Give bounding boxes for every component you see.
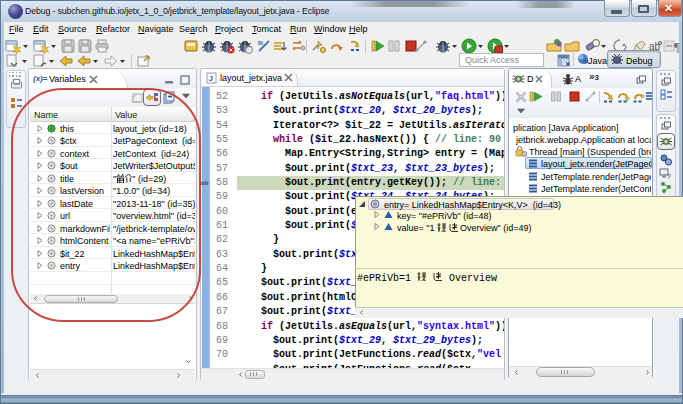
- svg-text:?: ?: [667, 173, 671, 180]
- svg-text:J: J: [209, 74, 213, 83]
- svg-text:¶: ¶: [674, 40, 680, 54]
